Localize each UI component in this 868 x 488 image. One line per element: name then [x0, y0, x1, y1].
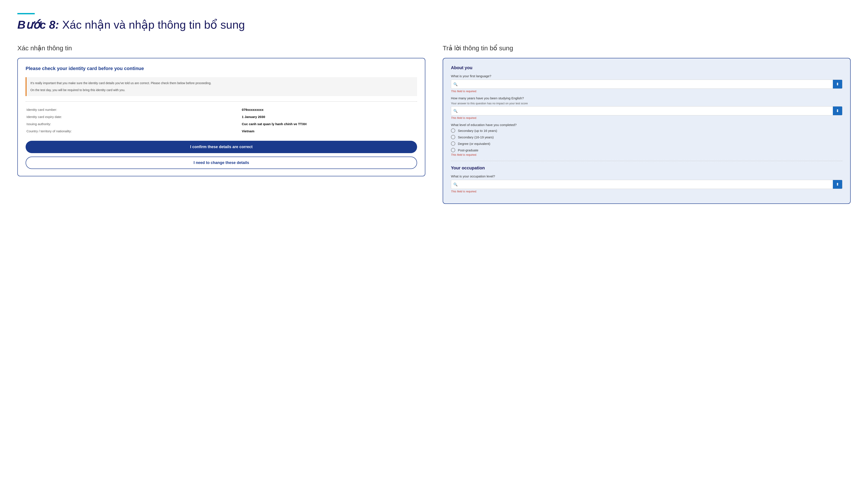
about-you-heading: About you	[451, 65, 842, 70]
first-language-label: What is your first language?	[451, 74, 842, 78]
left-col-title: Xác nhận thông tin	[18, 44, 425, 52]
supplementary-info-panel: About you What is your first language? 🔍…	[443, 58, 850, 204]
english-years-input[interactable]	[460, 107, 833, 115]
occupation-input[interactable]	[460, 181, 833, 189]
search-icon-2: 🔍	[451, 109, 460, 113]
first-language-input[interactable]	[460, 80, 833, 88]
left-column: Xác nhận thông tin Please check your ide…	[18, 44, 425, 176]
table-row: Country / territory of nationality:Vietn…	[26, 128, 417, 135]
radio-label: Secondary (up to 16 years)	[458, 129, 497, 132]
field-value: 079xxxxxxxxx	[241, 106, 417, 113]
english-years-chevron[interactable]: ⬍	[833, 106, 842, 115]
education-radio-group: Secondary (up to 16 years)Secondary (16-…	[451, 128, 842, 152]
radio-circle	[451, 135, 455, 139]
radio-option[interactable]: Secondary (up to 16 years)	[451, 128, 842, 133]
education-label: What level of education have you complet…	[451, 123, 842, 127]
first-language-chevron[interactable]: ⬍	[833, 80, 842, 89]
education-group: What level of education have you complet…	[451, 123, 842, 156]
english-years-group: How many years have you been studying En…	[451, 96, 842, 120]
english-years-required: This field is required.	[451, 116, 842, 120]
occupation-label: What is your occupation level?	[451, 174, 842, 178]
page-title: Bướс 8: Xác nhận và nhập thông tin bổ su…	[18, 18, 850, 31]
radio-option[interactable]: Secondary (16-19 years)	[451, 135, 842, 139]
radio-option[interactable]: Post-graduate	[451, 148, 842, 152]
radio-label: Secondary (16-19 years)	[458, 135, 494, 139]
identity-card-panel: Please check your identity card before y…	[18, 58, 425, 176]
occupation-heading: Your occupation	[451, 165, 842, 170]
divider-1	[26, 101, 417, 102]
radio-circle	[451, 141, 455, 146]
top-accent	[18, 13, 35, 14]
table-row: Identity card expiry date:1 January 2030	[26, 113, 417, 120]
occupation-required: This field is required.	[451, 190, 842, 193]
radio-option[interactable]: Degree (or equivalent)	[451, 141, 842, 146]
field-value: 1 January 2030	[241, 113, 417, 120]
occupation-chevron[interactable]: ⬍	[833, 180, 842, 189]
radio-circle	[451, 148, 455, 152]
first-language-select[interactable]: 🔍 ⬍	[451, 79, 842, 89]
english-years-label: How many years have you been studying En…	[451, 96, 842, 100]
field-value: Cuc canh sat quan ly hanh chinh ve TTXH	[241, 120, 417, 128]
search-icon-3: 🔍	[451, 183, 460, 187]
occupation-select[interactable]: 🔍 ⬍	[451, 180, 842, 189]
first-language-required: This field is required.	[451, 90, 842, 93]
first-language-group: What is your first language? 🔍 ⬍ This fi…	[451, 74, 842, 93]
divider-2	[451, 161, 842, 161]
field-label: Identity card expiry date:	[26, 113, 241, 120]
right-column: Trả lời thông tin bổ sung About you What…	[443, 44, 850, 204]
field-label: Issuing authority:	[26, 120, 241, 128]
field-label: Identity card number:	[26, 106, 241, 113]
field-value: Vietnam	[241, 128, 417, 135]
radio-circle	[451, 128, 455, 133]
table-row: Identity card number:079xxxxxxxxx	[26, 106, 417, 113]
radio-label: Degree (or equivalent)	[458, 142, 490, 145]
notice-box: It's really important that you make sure…	[26, 77, 417, 96]
card-heading: Please check your identity card before y…	[26, 65, 417, 72]
right-col-title: Trả lời thông tin bổ sung	[443, 44, 850, 52]
english-years-sublabel: Your answer to this question has no impa…	[451, 102, 842, 105]
radio-label: Post-graduate	[458, 148, 478, 152]
table-row: Issuing authority:Cuc canh sat quan ly h…	[26, 120, 417, 128]
search-icon-1: 🔍	[451, 82, 460, 86]
english-years-select[interactable]: 🔍 ⬍	[451, 106, 842, 116]
occupation-group: What is your occupation level? 🔍 ⬍ This …	[451, 174, 842, 193]
confirm-details-button[interactable]: I confirm these details are correct	[26, 141, 417, 153]
change-details-button[interactable]: I need to change these details	[26, 157, 417, 169]
education-required: This field is required.	[451, 153, 842, 156]
identity-details-table: Identity card number:079xxxxxxxxxIdentit…	[26, 106, 417, 135]
field-label: Country / territory of nationality:	[26, 128, 241, 135]
